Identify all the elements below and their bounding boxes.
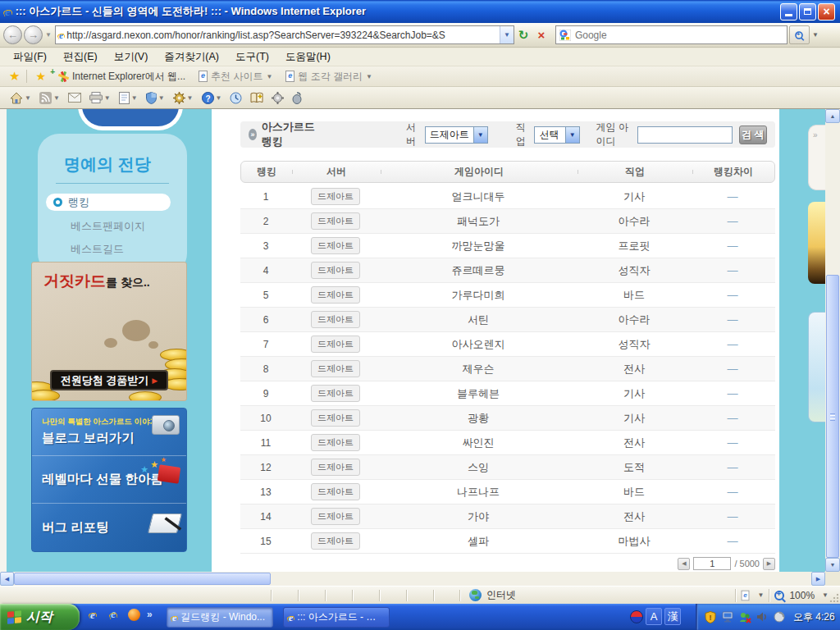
status-bar: 인터넷 ▼ 100% ▼ xyxy=(0,586,840,604)
server-cell: 드제아트 xyxy=(291,212,380,230)
tools-button[interactable]: ▼ xyxy=(170,89,197,107)
mail-button[interactable] xyxy=(65,89,84,107)
windows-logo-icon xyxy=(7,610,21,624)
search-input[interactable] xyxy=(575,30,783,41)
search-go-button[interactable] xyxy=(789,25,810,44)
event-ad-banner[interactable]: 거짓카드를 찾으.. 전원당첨 경품받기 ▶ xyxy=(31,262,187,401)
rank-diff-cell: — xyxy=(692,535,774,547)
stop-button[interactable]: × xyxy=(532,26,550,44)
sidebar-item-best-guild[interactable]: 베스트길드 xyxy=(71,242,187,257)
addon-mouse-button[interactable] xyxy=(289,89,305,107)
search-box[interactable] xyxy=(555,25,788,44)
ie-icon: e xyxy=(172,613,176,623)
restore-button[interactable] xyxy=(799,3,816,21)
game-id-cell: 쥬르떼르뭉 xyxy=(380,263,577,278)
home-button[interactable]: ▼ xyxy=(7,89,34,107)
chevron-down-icon[interactable]: ▼ xyxy=(757,591,764,599)
scroll-left-button[interactable]: ◀ xyxy=(0,572,14,586)
recent-pages-dropdown-icon[interactable]: ▼ xyxy=(45,31,52,39)
coin-icon xyxy=(129,391,162,401)
rank-cell: 8 xyxy=(240,363,291,375)
menu-tools[interactable]: 도구(T) xyxy=(227,48,277,66)
menu-favorites[interactable]: 즐겨찾기(A) xyxy=(156,48,227,66)
horizontal-scroll-thumb[interactable] xyxy=(14,573,271,585)
search-options-dropdown-icon[interactable]: ▼ xyxy=(812,31,819,39)
game-id-input[interactable] xyxy=(637,126,733,144)
feeds-button[interactable]: ▼ xyxy=(36,89,63,107)
tray-network-icon[interactable] xyxy=(721,610,734,623)
menu-help[interactable]: 도움말(H) xyxy=(277,48,339,66)
quick-launch-ie-desktop-icon[interactable]: e xyxy=(85,607,100,622)
quick-launch-overflow-chevron[interactable]: » xyxy=(147,609,153,620)
quick-launch-orange-app-icon[interactable] xyxy=(126,607,141,622)
menu-edit[interactable]: 편집(E) xyxy=(55,48,106,66)
tray-security-shield-icon[interactable]: ! xyxy=(704,610,717,623)
coin-icon xyxy=(31,390,60,401)
scroll-up-button[interactable]: ▲ xyxy=(825,109,840,123)
taskbar-window-guild-ranking[interactable]: e 길드랭킹 - Windo... xyxy=(167,607,273,628)
addon-book-button[interactable] xyxy=(247,89,267,107)
tray-update-icon[interactable] xyxy=(773,610,786,623)
page-number-input[interactable] xyxy=(693,557,731,570)
star-icon: ★ xyxy=(150,459,158,470)
scroll-down-button[interactable]: ▼ xyxy=(825,558,840,572)
search-submit-button[interactable]: 검 색 xyxy=(739,126,767,144)
add-favorite-icon[interactable]: ★ xyxy=(30,70,52,83)
server-select[interactable]: 드제아트 ▼ xyxy=(425,126,488,144)
menu-file[interactable]: 파일(F) xyxy=(5,48,55,66)
menu-bar: 파일(F) 편집(E) 보기(V) 즐겨찾기(A) 도구(T) 도움말(H) xyxy=(0,48,840,66)
quick-launch-ie-icon[interactable]: e xyxy=(106,607,121,622)
job-cell: 마법사 xyxy=(577,534,692,549)
ad-prize-button[interactable]: 전원당첨 경품받기 ▶ xyxy=(50,370,168,390)
korean-ime-icon[interactable] xyxy=(630,610,643,623)
zoom-dropdown-icon[interactable]: ▼ xyxy=(822,591,829,599)
vertical-scrollbar[interactable]: ▲ ▼ xyxy=(825,109,840,572)
scroll-right-button[interactable]: ▶ xyxy=(811,572,825,586)
favorites-star-icon[interactable]: ★ xyxy=(5,69,24,84)
back-button[interactable]: ← xyxy=(3,25,22,44)
url-dropdown-button[interactable]: ▼ xyxy=(500,26,514,43)
star-icon: ★ xyxy=(161,456,167,463)
ime-alpha-toggle[interactable]: A xyxy=(646,608,662,625)
address-field[interactable]: e http://asgard.nexon.com/honor/ranking/… xyxy=(55,25,514,44)
horizontal-scrollbar[interactable]: ◀ ▶ xyxy=(0,572,825,586)
favorite-item-suggested-sites[interactable]: 추천 사이트 ▼ xyxy=(192,68,279,85)
notebook-pen-icon xyxy=(148,514,182,533)
minimize-button[interactable] xyxy=(780,3,797,21)
job-select[interactable]: 선택 ▼ xyxy=(534,126,579,144)
ime-hanja-toggle[interactable]: 漢 xyxy=(664,608,681,625)
ad-bug-report-link[interactable]: 버그 리포팅 xyxy=(32,504,186,552)
forward-button[interactable]: → xyxy=(24,25,43,44)
ad-gift-link[interactable]: 레벨마다 선물 한아름 ★ ★ ★ xyxy=(32,456,186,504)
sidebar-item-ranking[interactable]: 랭킹 xyxy=(46,194,171,211)
ad-blog-link[interactable]: 나만의 특별한 아스가르드 이야기 블로그 보러가기 xyxy=(32,409,186,456)
server-cell: 드제아트 xyxy=(291,459,380,476)
next-page-button[interactable]: ▶ xyxy=(763,558,775,570)
start-button[interactable]: 시작 xyxy=(0,604,80,630)
zoom-lens-icon xyxy=(774,591,784,600)
prev-page-button[interactable]: ◀ xyxy=(678,558,690,570)
menu-view[interactable]: 보기(V) xyxy=(106,48,157,66)
tray-volume-icon[interactable] xyxy=(756,610,769,623)
svg-text:?: ? xyxy=(205,94,210,103)
game-id-cell: 아사오렌지 xyxy=(380,337,577,352)
rank-cell: 15 xyxy=(240,536,291,547)
server-cell: 드제아트 xyxy=(291,336,380,353)
tray-messenger-offline-icon[interactable] xyxy=(738,610,751,623)
print-button[interactable]: ▼ xyxy=(86,89,114,107)
rank-diff-cell: — xyxy=(692,461,774,473)
favorite-item-gallery[interactable]: 웹 조각 갤러리 ▼ xyxy=(279,68,379,85)
favorite-item-webslice[interactable]: Internet Explorer에서 웹... xyxy=(52,68,192,85)
vertical-scroll-thumb[interactable] xyxy=(826,275,839,558)
page-button[interactable]: ▼ xyxy=(116,89,141,107)
server-badge: 드제아트 xyxy=(311,532,360,550)
taskbar-window-asgard[interactable]: e ::: 아스가르드 - 신... xyxy=(283,607,390,628)
sidebar-item-best-fanpage[interactable]: 베스트팬페이지 xyxy=(71,219,187,234)
addon-gear-button[interactable] xyxy=(268,89,287,107)
rank-diff-cell: — xyxy=(692,412,774,424)
help-button[interactable]: ? ▼ xyxy=(199,89,226,107)
addon-clock-button[interactable] xyxy=(226,89,245,107)
safety-button[interactable]: ▼ xyxy=(143,89,168,107)
close-button[interactable]: × xyxy=(818,3,835,21)
refresh-button[interactable]: ↻ xyxy=(514,26,532,44)
